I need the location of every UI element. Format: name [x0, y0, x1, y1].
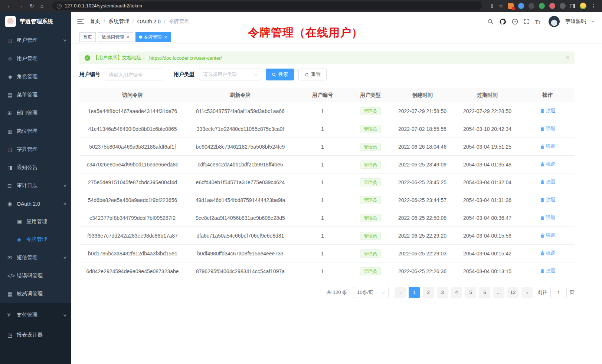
reload-icon[interactable]: ↻: [30, 3, 34, 9]
app-logo[interactable]: 芋道管理系统: [0, 12, 71, 31]
sidebar-item-oauth[interactable]: ◉OAuth 2.0∧: [0, 195, 71, 213]
force-logout-button[interactable]: 强退: [540, 196, 556, 203]
breadcrumb-item[interactable]: 系统管理: [108, 18, 129, 25]
sidebar-item-sms[interactable]: ✉短信管理∨: [0, 248, 71, 267]
extension-icon[interactable]: [549, 3, 555, 9]
extension-icon[interactable]: [529, 3, 534, 9]
page-ellipsis[interactable]: ...: [493, 287, 504, 298]
page-button-4[interactable]: 4: [451, 287, 462, 298]
force-logout-button[interactable]: 强退: [540, 125, 556, 132]
action-cell: 强退: [521, 156, 575, 173]
force-logout-button[interactable]: 强退: [540, 179, 556, 185]
username[interactable]: 芋道源码: [565, 18, 586, 25]
close-icon[interactable]: ×: [127, 35, 130, 40]
force-logout-button[interactable]: 强退: [540, 214, 556, 221]
github-icon[interactable]: [499, 18, 506, 25]
page-button-1[interactable]: 1: [409, 287, 420, 298]
extension-icon[interactable]: [518, 3, 524, 9]
total-count: 共 120 条: [327, 289, 347, 296]
page-button-2[interactable]: 2: [423, 287, 434, 298]
forward-icon[interactable]: →: [18, 3, 23, 9]
sidebar-item-report[interactable]: ◳报表设计器: [0, 325, 71, 345]
expire-time-cell: 2054-03-04 19:51:25: [454, 138, 521, 156]
expire-time-cell: 2054-03-04 00:15:59: [454, 227, 521, 245]
sidebar-item-label: 菜单管理: [17, 92, 66, 98]
expire-time-cell: 2054-03-04 00:13:15: [454, 262, 521, 280]
sidebar-item-role[interactable]: ☻角色管理: [0, 67, 71, 86]
user-id-input[interactable]: [109, 72, 159, 77]
goto-page-input[interactable]: [550, 287, 567, 298]
breadcrumb-item[interactable]: 首页: [90, 18, 100, 25]
sidebar-item-post[interactable]: ▥岗位管理: [0, 122, 71, 140]
alert-close-icon[interactable]: ×: [566, 55, 569, 61]
font-size-icon[interactable]: TT: [535, 19, 541, 24]
force-logout-button[interactable]: 强退: [540, 143, 556, 150]
access-token-cell: 54d6be82ee5a460a9aedc1f9bf223656: [79, 191, 186, 209]
help-icon[interactable]: ?: [512, 19, 518, 25]
fullscreen-icon[interactable]: [524, 19, 530, 24]
sidebar-item-label: 短信管理: [17, 254, 63, 261]
extension-icon[interactable]: [539, 3, 545, 9]
sidebar-item-errcode[interactable]: </>错误码管理: [0, 267, 71, 285]
page-button-5[interactable]: 5: [465, 287, 476, 298]
address-bar[interactable]: i 127.0.0.1:1024/system/oauth2/token: [52, 1, 482, 10]
post-icon: ▥: [7, 128, 17, 134]
errcode-icon: </>: [7, 273, 17, 279]
home-icon[interactable]: ⌂: [40, 3, 43, 9]
extension-icon[interactable]: [508, 3, 514, 9]
search-button[interactable]: 搜索: [266, 69, 294, 80]
sidebar-item-label: 敏感词管理: [17, 291, 66, 297]
sidebar-toggle-icon[interactable]: [77, 19, 84, 24]
sidebar-item-menu[interactable]: ▤菜单管理: [0, 86, 71, 104]
user-type-tag: 管理员: [360, 143, 381, 151]
tab-令牌管理[interactable]: 令牌管理×: [135, 32, 171, 42]
chevron-down-icon: ∨: [63, 313, 67, 317]
page-size-select[interactable]: 10条/页: [353, 287, 389, 298]
force-logout-button[interactable]: 强退: [540, 107, 556, 114]
bookmark-star-icon[interactable]: ☆: [498, 3, 503, 9]
search-icon[interactable]: [487, 19, 494, 25]
tab-首页[interactable]: 首页: [79, 32, 96, 42]
force-logout-button[interactable]: 强退: [540, 232, 556, 239]
force-logout-button[interactable]: 强退: [540, 250, 556, 257]
user-type-tag: 管理员: [360, 196, 381, 204]
page-buttons: 123456...12: [409, 287, 518, 298]
next-page-button[interactable]: ›: [521, 287, 533, 298]
extension-icon[interactable]: [560, 3, 566, 9]
browser-profile-avatar[interactable]: [580, 3, 586, 9]
page-button-3[interactable]: 3: [437, 287, 448, 298]
page-button-6[interactable]: 6: [479, 287, 490, 298]
sidebar-item-app[interactable]: ▣应用管理: [0, 213, 71, 231]
close-icon[interactable]: ×: [164, 35, 167, 40]
delete-icon: [540, 198, 545, 202]
user-type-select[interactable]: 请选择用户类型: [199, 69, 261, 80]
browser-menu-icon[interactable]: ⋮: [591, 3, 596, 9]
sidebar-item-sensitive[interactable]: ▦敏感词管理: [0, 285, 71, 303]
sidebar-item-user[interactable]: ☺用户管理: [0, 49, 71, 67]
sidebar-item-notice[interactable]: ◨通知公告: [0, 158, 71, 176]
user-type-tag: 管理员: [360, 161, 381, 169]
pay-icon: ¥: [7, 312, 17, 318]
chevron-down-icon[interactable]: [592, 21, 595, 24]
prev-page-button[interactable]: ‹: [395, 287, 406, 298]
force-logout-button[interactable]: 强退: [540, 161, 556, 168]
sidebar-item-audit[interactable]: ⊟审计日志∨: [0, 176, 71, 195]
tab-敏感词管理[interactable]: 敏感词管理×: [98, 32, 133, 42]
page-button-12[interactable]: 12: [507, 287, 518, 298]
back-icon[interactable]: ←: [7, 3, 12, 9]
force-logout-button[interactable]: 强退: [540, 268, 556, 274]
doc-link[interactable]: https://doc.iocoder.cn/user-center/: [149, 55, 222, 61]
sidebar-item-dept[interactable]: ⊞部门管理: [0, 104, 71, 122]
sidebar-item-label: 令牌管理: [26, 236, 66, 243]
breadcrumb-item[interactable]: OAuth 2.0: [137, 19, 161, 24]
user-avatar[interactable]: [549, 16, 560, 27]
share-icon[interactable]: ⇧: [490, 3, 494, 9]
sidebar-item-dict[interactable]: ◰字典管理: [0, 140, 71, 158]
reset-button[interactable]: 重置: [298, 69, 327, 80]
sidebar-item-tenant[interactable]: ◫租户管理∨: [0, 31, 71, 49]
sidebar-item-token[interactable]: ◈令牌管理: [0, 231, 71, 248]
side-panel-icon[interactable]: [570, 4, 575, 8]
expire-time-cell: 2022-07-29 22:28:50: [454, 102, 521, 120]
sidebar-item-pay[interactable]: ¥支付管理∨: [0, 305, 71, 325]
info-icon[interactable]: i: [57, 4, 62, 9]
